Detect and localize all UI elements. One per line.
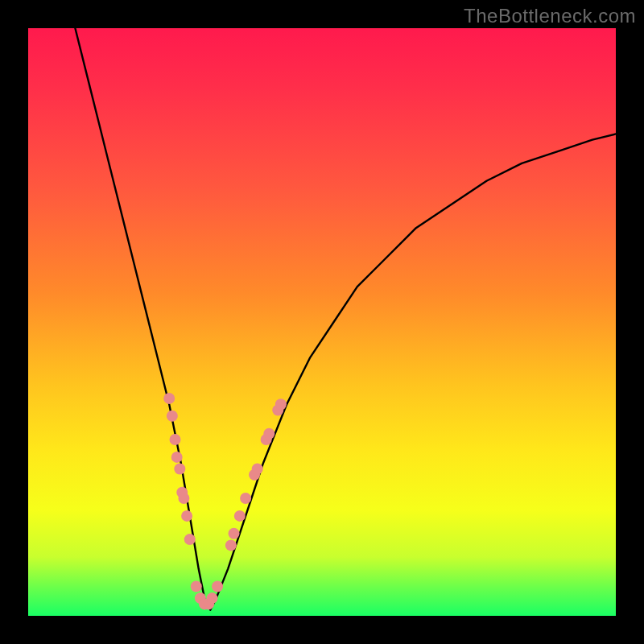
curve-marker — [167, 411, 178, 422]
curve-marker — [163, 393, 175, 404]
curve-marker — [181, 510, 192, 522]
curve-marker — [170, 434, 181, 445]
curve-marker — [191, 581, 202, 592]
bottleneck-curve — [75, 28, 616, 610]
curve-marker — [178, 493, 189, 504]
chart-frame: TheBottleneck.com — [0, 0, 644, 644]
curve-marker — [234, 510, 246, 522]
curve-marker — [212, 581, 223, 592]
bottleneck-curve-svg — [28, 28, 616, 616]
curve-marker — [263, 428, 275, 440]
curve-marker — [171, 452, 183, 463]
curve-marker — [184, 534, 196, 545]
curve-marker — [206, 592, 217, 604]
curve-marker — [174, 464, 185, 475]
watermark-text: TheBottleneck.com — [464, 5, 636, 27]
curve-marker — [252, 464, 263, 475]
curve-marker — [275, 398, 287, 410]
curve-marker — [225, 539, 237, 551]
plot-area — [28, 28, 616, 616]
curve-marker — [229, 528, 240, 539]
curve-marker — [240, 493, 251, 504]
